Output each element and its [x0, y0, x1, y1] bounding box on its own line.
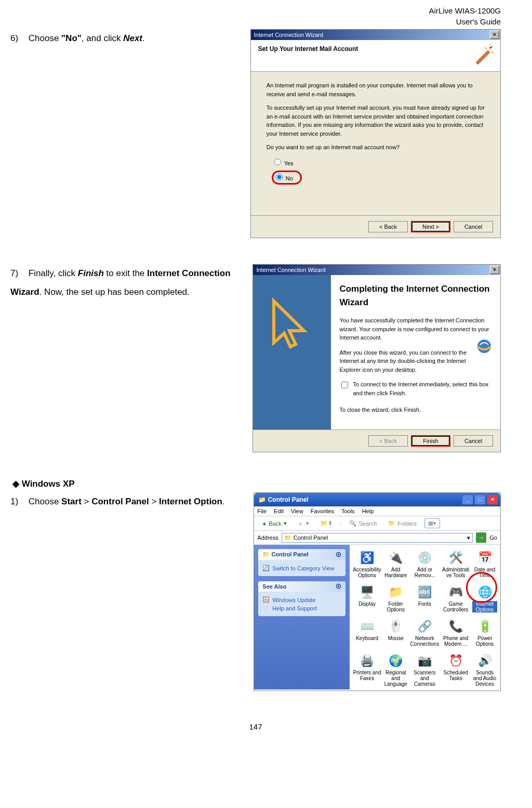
cp-item-icon: 🛠️ [448, 550, 463, 566]
radio-yes-row[interactable]: Yes [272, 157, 485, 168]
wizard-header: Set Up Your Internet Mail Account [251, 40, 500, 72]
cp-item-icon: 🖨️ [360, 653, 375, 669]
step-1-xp-text: 1) Choose Start > Control Panel > Intern… [10, 492, 254, 511]
cp-item[interactable]: 📷Scanners and Cameras [410, 653, 440, 689]
wizard-subtitle: Set Up Your Internet Mail Account [258, 45, 493, 53]
cp-item-label: Mouse [388, 635, 404, 641]
cp-item[interactable]: ⏰Scheduled Tasks [441, 653, 470, 689]
step-6-row: 6) Choose "No", and click Next. Internet… [10, 29, 501, 238]
cp-item-label: Network Connections [410, 635, 440, 647]
toolbar: ◄ Back ▾ ► ▾ 📁⬆ | 🔍 Search 📁 Folders ▦▾ [254, 516, 500, 531]
window-titlebar: Internet Connection Wizard × [253, 265, 500, 275]
back-button[interactable]: ◄ Back ▾ [257, 518, 290, 528]
step-7-row: 7) Finally, click Finish to exit the Int… [10, 264, 501, 452]
window-titlebar: Internet Connection Wizard × [251, 30, 500, 40]
menu-item[interactable]: View [291, 508, 303, 514]
sidebar-heading: 📁 Control Panel ⦿ [258, 549, 345, 560]
sidebar: 📁 Control Panel ⦿ 🔄Switch to Category Vi… [254, 545, 350, 689]
finish-button-highlighted[interactable]: Finish [411, 435, 450, 447]
maximize-icon[interactable]: □ [474, 494, 486, 505]
back-button: < Back [368, 435, 408, 447]
sidebar-link[interactable]: 🪟Windows Update [262, 596, 341, 603]
cp-item-label: Printers and Faxes [353, 670, 381, 681]
window-titlebar: 📁 Control Panel _ □ × [254, 493, 500, 506]
minimize-icon[interactable]: _ [462, 494, 473, 505]
sidebar-link[interactable]: 🔄Switch to Category View [262, 565, 341, 571]
document-page: AirLive WIAS-1200G User's Guide 6) Choos… [0, 0, 532, 752]
cancel-button[interactable]: Cancel [454, 435, 493, 447]
radio-no-row-highlighted[interactable]: No [272, 171, 302, 185]
cp-item-label: Power Options [472, 635, 497, 647]
screenshot-mail-wizard: Internet Connection Wizard × Set Up Your… [250, 29, 501, 238]
cp-item[interactable]: 🖥️Display [353, 584, 381, 612]
cp-item-label: Game Controllers [441, 601, 470, 612]
menu-item[interactable]: Help [362, 508, 374, 514]
sidebar-box: 📁 Control Panel ⦿ 🔄Switch to Category Vi… [258, 549, 345, 576]
cp-item-icon: 🔋 [477, 619, 493, 634]
cp-item-label: Sounds and Audio Devices [472, 670, 497, 687]
cp-item[interactable]: 🔌Add Hardware [383, 550, 408, 578]
folders-button[interactable]: 📁 Folders [384, 518, 420, 528]
sidebar-box: See Also ⦿ 🪟Windows Update ❔Help and Sup… [258, 581, 345, 616]
step-6-text: 6) Choose "No", and click Next. [10, 29, 250, 48]
cp-item[interactable]: 🖨️Printers and Faxes [353, 653, 381, 689]
search-button[interactable]: 🔍 Search [345, 518, 380, 528]
ie-icon [475, 337, 493, 355]
cp-item[interactable]: 🌍Regional and Language ... [383, 653, 408, 689]
cp-item-icon: 💿 [417, 550, 432, 566]
up-button[interactable]: 📁⬆ [317, 518, 336, 528]
cp-item-icon: 🖱️ [388, 619, 404, 634]
wizard-footer: < Back Next > Cancel [251, 215, 500, 238]
address-bar: Address 📁 Control Panel ▾ → Go [254, 531, 500, 545]
back-button[interactable]: < Back [368, 221, 408, 232]
next-button-highlighted[interactable]: Next > [411, 221, 450, 232]
connect-now-checkbox[interactable] [341, 382, 348, 388]
step-number: 6) [10, 29, 26, 48]
cp-item[interactable]: 📞Phone and Modem ... [441, 619, 470, 647]
menu-item[interactable]: Tools [341, 508, 355, 514]
cp-item[interactable]: 🖱️Mouse [383, 619, 408, 647]
step-7-text: 7) Finally, click Finish to exit the Int… [10, 264, 252, 301]
close-icon[interactable]: × [490, 31, 499, 39]
cp-item-label: Scheduled Tasks [441, 670, 470, 681]
menu-bar: File Edit View Favorites Tools Help [254, 506, 500, 516]
forward-button[interactable]: ► ▾ [295, 518, 313, 528]
sidebar-heading: See Also ⦿ [258, 581, 345, 592]
switch-view-icon: 🔄 [262, 565, 270, 571]
close-icon[interactable]: × [487, 494, 498, 505]
cp-item-icon: ♿ [360, 550, 375, 566]
window-title: 📁 Control Panel [258, 496, 308, 503]
cp-item[interactable]: ♿Accessibility Options [353, 550, 381, 578]
cp-item[interactable]: 🔗Network Connections [410, 619, 440, 647]
checkbox-row[interactable]: To connect to the Internet immediately, … [339, 380, 492, 397]
menu-item[interactable]: Edit [274, 508, 284, 514]
radio-no[interactable] [276, 174, 283, 180]
body-text: To successfully set up your Internet mai… [267, 103, 485, 138]
window-title: Internet Connection Wizard [256, 267, 325, 273]
cp-item[interactable]: 💿Add or Remov... [410, 550, 440, 578]
sidebar-link[interactable]: ❔Help and Support [262, 605, 341, 611]
menu-item[interactable]: Favorites [311, 508, 334, 514]
radio-yes[interactable] [274, 159, 281, 165]
wizard-body: An Internet mail program is installed on… [251, 72, 500, 226]
page-number: 147 [10, 722, 501, 731]
doc-type: User's Guide [10, 16, 501, 27]
cp-item[interactable]: 📁Folder Options [383, 584, 408, 612]
collapse-icon[interactable]: ⦿ [336, 583, 341, 590]
go-button[interactable]: → [476, 532, 486, 543]
views-button[interactable]: ▦▾ [424, 518, 440, 528]
cancel-button[interactable]: Cancel [454, 221, 493, 232]
close-icon[interactable]: × [490, 266, 499, 274]
collapse-icon[interactable]: ⦿ [336, 552, 341, 558]
step-number: 7) [10, 264, 26, 283]
dropdown-icon[interactable]: ▾ [467, 535, 470, 541]
cp-item[interactable]: ⌨️Keyboard [353, 619, 381, 647]
cp-item[interactable]: 🔋Power Options [472, 619, 497, 647]
address-field[interactable]: 📁 Control Panel ▾ [282, 533, 473, 543]
cursor-arrow-icon [263, 296, 321, 363]
menu-item[interactable]: File [257, 508, 267, 514]
cp-item[interactable]: 🔊Sounds and Audio Devices [472, 653, 497, 689]
cp-item-icon: ⌨️ [360, 619, 375, 634]
cp-item[interactable]: 🔤Fonts [410, 584, 440, 612]
cp-item[interactable]: 🛠️Administrative Tools [441, 550, 470, 578]
